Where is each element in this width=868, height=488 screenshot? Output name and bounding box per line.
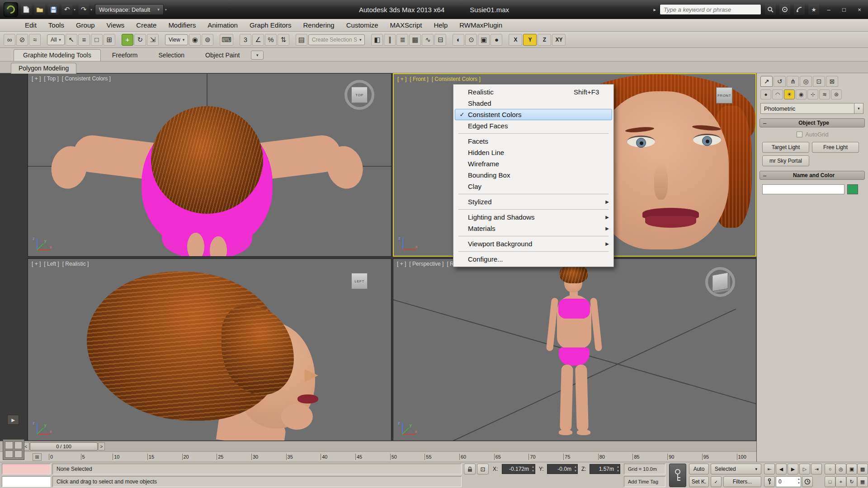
viewcube[interactable]: FRONT — [709, 80, 739, 110]
light-category-dropdown[interactable]: Photometric ▾ — [760, 103, 863, 114]
spacewarps-category[interactable]: ≋ — [819, 89, 830, 99]
undo-icon[interactable]: ↶ — [61, 4, 72, 15]
menu-item-viewport-background[interactable]: ✓ Viewport Background ▶ — [455, 238, 612, 249]
viewcube[interactable]: TOP — [344, 80, 374, 110]
ribbon-tab-selection[interactable]: Selection — [149, 49, 194, 61]
zoom-extents-button[interactable]: ▣ — [846, 464, 857, 474]
viewport-perspective[interactable]: [ + ] [ Perspective ] [ Realistic ] z x … — [393, 258, 756, 441]
ribbon-toggle-button[interactable]: ▦ ▾ — [409, 34, 421, 46]
key-mode-toggle-button[interactable] — [764, 476, 775, 487]
viewport-name-label[interactable]: [ Left ] — [44, 261, 59, 267]
angle-snap-button[interactable]: ∠ ▾ — [252, 34, 264, 46]
shapes-category[interactable]: ◠ — [772, 89, 783, 99]
menu-item-shaded[interactable]: ✓ Shaded ▶ — [455, 98, 612, 109]
ribbon-tab-graphite-modeling-tools[interactable]: Graphite Modeling Tools — [14, 49, 101, 61]
menu-group[interactable]: Group — [70, 19, 101, 31]
menu-edit[interactable]: Edit — [19, 19, 42, 31]
percent-snap-button[interactable]: % ▾ — [265, 34, 277, 46]
orbit-button[interactable]: ↻ — [846, 476, 857, 487]
menu-rendering[interactable]: Rendering — [297, 19, 340, 31]
menu-modifiers[interactable]: Modifiers — [162, 19, 202, 31]
redo-dropdown-icon[interactable]: ▾ — [90, 8, 92, 12]
snaps-toggle-button[interactable]: 3 ▾ — [240, 34, 251, 46]
search-icon[interactable] — [765, 4, 776, 15]
create-tab[interactable]: ↗ — [760, 76, 773, 87]
menu-animation[interactable]: Animation — [202, 19, 244, 31]
viewport-shading-label[interactable]: [ Realistic ] — [62, 261, 89, 267]
viewport-name-label[interactable]: [ Front ] — [410, 76, 428, 82]
axis-x-button[interactable]: X ▾ — [509, 34, 522, 46]
menu-item-edged-faces[interactable]: ✓ Edged Faces ▶ — [455, 120, 612, 131]
set-key-button[interactable]: Set K. — [689, 476, 709, 487]
layer-manager-button[interactable]: ≣ ▾ — [396, 34, 408, 46]
minimize-button[interactable]: – — [823, 5, 835, 14]
menu-tools[interactable]: Tools — [42, 19, 70, 31]
3dsmax-logo-icon[interactable] — [4, 2, 18, 17]
name-and-color-rollout[interactable]: – Name and Color — [760, 171, 865, 180]
helpers-category[interactable]: ⊹ — [807, 89, 818, 99]
select-and-rotate-button[interactable]: ↻ ▾ — [134, 34, 146, 46]
menu-item-clay[interactable]: ✓ Clay ▶ — [455, 181, 612, 192]
axis-z-button[interactable]: Z ▾ — [538, 34, 551, 46]
selection-region-button[interactable]: □ ▾ — [91, 34, 103, 46]
play-animation-button[interactable]: ▶ — [788, 464, 798, 474]
viewport-top[interactable]: [ + ] [ Top ] [ Consistent Colors ] TOP … — [28, 73, 392, 257]
viewport-name-label[interactable]: [ Perspective ] — [409, 261, 443, 267]
object-color-swatch[interactable] — [847, 184, 858, 194]
infocenter-arrow-icon[interactable]: ▸ — [653, 7, 656, 13]
viewport-layout-tabs-button[interactable] — [3, 439, 24, 460]
communication-center-icon[interactable] — [794, 4, 805, 15]
material-editor-button[interactable]: ◐ ▾ — [453, 34, 464, 46]
maxscript-mini-listener-pink[interactable] — [2, 464, 51, 474]
rendered-frame-button[interactable]: ▣ ▾ — [478, 34, 490, 46]
menu-help[interactable]: Help — [428, 19, 453, 31]
viewcube[interactable]: LEFT — [344, 266, 374, 296]
free-light-button[interactable]: Free Light — [812, 142, 859, 153]
menu-separator[interactable]: ✓ ▶ — [458, 209, 609, 210]
bind-to-space-warp-button[interactable]: ≈ ▾ — [29, 34, 41, 46]
target-light-button[interactable]: Target Light — [762, 142, 809, 153]
menu-item-lighting-and-shadows[interactable]: ✓ Lighting and Shadows ▶ — [455, 211, 612, 223]
object-type-rollout[interactable]: – Object Type — [760, 118, 865, 127]
z-coordinate-field[interactable]: 1.57m ▲▼ — [590, 464, 620, 474]
pan-view-button[interactable]: + — [835, 476, 846, 487]
expand-side-strip-button[interactable]: ▶ — [7, 415, 19, 425]
menu-separator[interactable]: ✓ ▶ — [458, 133, 609, 134]
viewcube-face[interactable]: TOP — [351, 87, 368, 103]
menu-item-hidden-line[interactable]: ✓ Hidden Line ▶ — [455, 147, 612, 158]
spinner-snap-button[interactable]: ⇅ ▾ — [278, 34, 289, 46]
cameras-category[interactable]: ◉ — [796, 89, 807, 99]
viewcube-face[interactable]: LEFT — [351, 273, 368, 289]
menu-separator[interactable]: ✓ ▶ — [458, 251, 609, 252]
menu-item-stylized[interactable]: ✓ Stylized ▶ — [455, 196, 612, 207]
menu-graph-editors[interactable]: Graph Editors — [244, 19, 297, 31]
edit-selection-sets-button[interactable]: ▤ ▾ — [296, 34, 307, 46]
workspace-menu-icon[interactable]: ▾ — [165, 8, 167, 12]
redo-icon[interactable]: ↷ — [78, 4, 89, 15]
spinner-icon[interactable]: ▲▼ — [617, 465, 619, 473]
mirror-button[interactable]: ◧ ▾ — [371, 34, 383, 46]
viewport-menu-plus[interactable]: [ + ] — [397, 261, 406, 267]
window-crossing-toggle[interactable]: ⊞ ▾ — [104, 34, 115, 46]
autogrid-checkbox[interactable] — [797, 131, 802, 137]
viewport-menu-plus[interactable]: [ + ] — [32, 261, 41, 267]
go-to-end-button[interactable]: ⇥ — [811, 464, 822, 474]
key-filters-button[interactable]: Filters... — [723, 476, 761, 487]
menu-create[interactable]: Create — [130, 19, 162, 31]
favorites-star-icon[interactable]: ★ — [808, 4, 819, 15]
select-and-manipulate-button[interactable]: ⊚ ▾ — [202, 34, 213, 46]
maximize-button[interactable]: □ — [838, 5, 850, 14]
next-frame-arrow[interactable]: > — [98, 442, 105, 450]
viewcube[interactable] — [705, 267, 735, 297]
spinner-icon[interactable]: ▲▼ — [797, 477, 800, 485]
named-selection-dropdown[interactable]: Create Selection S ▾ — [308, 34, 365, 45]
time-slider-handle[interactable]: 0 / 100 — [30, 442, 98, 450]
select-and-scale-button[interactable]: ⇲ ▾ — [147, 34, 159, 46]
align-button[interactable]: ∥ ▾ — [384, 34, 396, 46]
zoom-button[interactable]: ○ — [825, 464, 835, 474]
save-file-icon[interactable] — [48, 4, 59, 15]
mr-sky-portal-button[interactable]: mr Sky Portal — [762, 155, 809, 166]
hierarchy-tab[interactable]: ⋔ — [787, 76, 799, 87]
menu-separator[interactable]: ✓ ▶ — [458, 236, 609, 236]
infocenter-search-input[interactable] — [660, 4, 761, 15]
